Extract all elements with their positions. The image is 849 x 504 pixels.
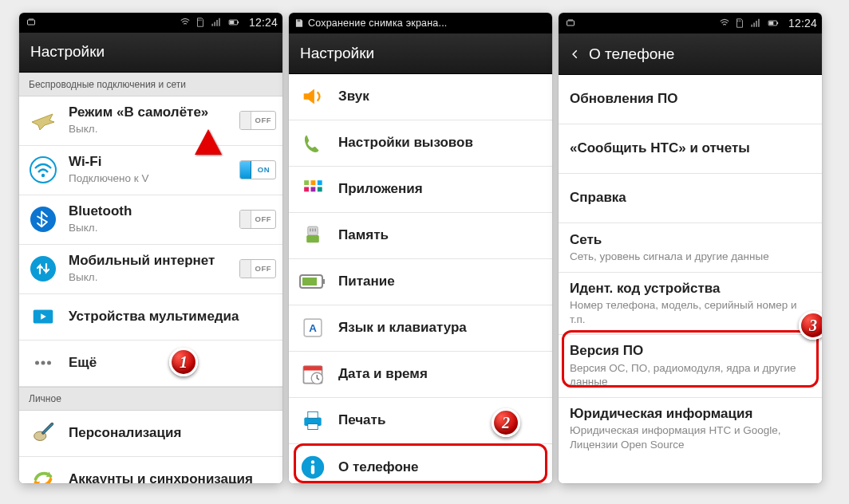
personalize-icon [27,417,59,449]
multimedia-icon [27,301,59,333]
screen-title: Настройки [300,45,374,62]
section-personal: Личное [19,387,282,411]
svg-point-13 [47,361,51,365]
screen-title: Настройки [30,43,105,61]
svg-rect-17 [318,180,322,185]
svg-rect-22 [306,235,319,242]
action-bar[interactable]: О телефоне [559,33,822,75]
svg-rect-18 [304,187,309,192]
row-airplane[interactable]: Режим «В самолёте» Выкл. OFF [19,96,282,146]
wifi-icon [718,18,731,29]
row-bluetooth[interactable]: Bluetooth Выкл. OFF [19,195,282,245]
svg-rect-19 [311,187,316,192]
row-swversion[interactable]: Версия ПО Версия ОС, ПО, радиомодуля, яд… [559,335,822,397]
row-legal[interactable]: Юридическая информация Юридическая инфор… [559,398,822,459]
row-tellhtc[interactable]: «Сообщить HTC» и отчеты [559,124,822,174]
svg-point-11 [35,361,39,365]
power-icon [297,266,329,297]
signal-icon [209,17,222,28]
row-about[interactable]: О телефоне [289,444,552,483]
datetime-icon [297,358,329,390]
row-storage[interactable]: Память [289,213,552,259]
row-sound[interactable]: Звук [289,74,552,120]
svg-rect-15 [304,180,309,185]
svg-rect-24 [312,229,314,232]
row-calls[interactable]: Настройки вызовов [289,120,552,167]
row-print[interactable]: Печать [289,398,552,444]
clock: 12:24 [249,16,278,29]
row-personalize[interactable]: Персонализация [19,411,282,457]
windows-icon [563,18,578,28]
back-button[interactable] [570,45,581,63]
about-list[interactable]: Обновления ПО «Сообщить HTC» и отчеты Сп… [559,75,822,483]
row-language[interactable]: A Язык и клавиатура [289,305,552,352]
windows-icon [24,18,38,27]
section-wireless: Беспроводные подключения и сети [19,73,282,96]
language-icon: A [297,312,329,344]
apps-icon [297,173,329,205]
svg-rect-28 [302,278,317,285]
wifi-toggle[interactable]: ON [239,160,276,179]
phone-screenshot-1: 12:24 Настройки Беспроводные подключения… [19,13,282,483]
sync-icon [27,463,59,483]
svg-point-38 [311,460,314,463]
row-apps[interactable]: Приложения [289,167,552,213]
svg-text:A: A [309,322,317,334]
svg-rect-36 [308,424,318,430]
about-icon [297,451,329,483]
wifi-icon [179,17,192,28]
bluetooth-icon [27,203,59,235]
mobiledata-toggle[interactable]: OFF [239,259,276,278]
row-power[interactable]: Питание [289,259,552,305]
signal-icon [748,18,761,29]
row-accounts[interactable]: Аккаунты и синхронизация [19,457,282,484]
row-more[interactable]: Ещё [19,341,282,387]
svg-rect-35 [308,412,318,419]
saving-text: Сохранение снимка экрана... [308,18,447,29]
row-mobiledata[interactable]: Мобильный интернет Выкл. OFF [19,245,282,294]
settings-list[interactable]: Звук Настройки вызовов Приложения Память [289,74,552,483]
row-multimedia[interactable]: Устройства мультимедиа [19,294,282,341]
chevron-left-icon [570,45,581,63]
print-icon [297,404,329,436]
status-bar: 12:24 [19,13,282,33]
svg-point-12 [41,361,45,365]
svg-rect-16 [311,180,316,185]
svg-point-7 [41,174,45,177]
svg-rect-27 [322,279,325,284]
svg-rect-25 [314,229,316,232]
svg-rect-20 [318,187,322,192]
row-identity[interactable]: Идент. код устройства Номер телефона, мо… [559,273,822,335]
airplane-toggle[interactable]: OFF [239,111,276,130]
battery-icon [764,18,782,29]
action-bar: Настройки [19,33,282,73]
action-bar: Настройки [289,33,552,74]
row-updates[interactable]: Обновления ПО [559,75,822,124]
screen-title: О телефоне [589,45,674,63]
mobiledata-icon [27,253,59,285]
row-network[interactable]: Сеть Сеть, уровень сигнала и другие данн… [559,223,822,273]
wifi-icon [27,154,59,186]
save-icon [294,18,305,29]
bluetooth-toggle[interactable]: OFF [239,210,276,229]
settings-list[interactable]: Беспроводные подключения и сети Режим «В… [19,73,282,484]
row-help[interactable]: Справка [559,174,822,223]
storage-icon [297,219,329,251]
calls-icon [297,127,329,159]
phone-screenshot-2: Сохранение снимка экрана... Настройки Зв… [289,13,552,483]
row-datetime[interactable]: Дата и время [289,352,552,398]
row-sub: Выкл. [69,122,239,136]
phone-screenshot-3: 12:24 О телефоне Обновления ПО «Сообщить… [559,13,822,483]
svg-point-9 [30,256,56,282]
row-wifi[interactable]: Wi-Fi Подключено к V ON [19,146,282,195]
sd-icon [195,17,206,28]
more-icon [27,347,59,379]
status-bar: Сохранение снимка экрана... [289,13,552,33]
airplane-icon [27,104,59,136]
status-bar: 12:24 [559,13,822,33]
svg-rect-32 [303,366,322,370]
sd-icon [734,18,745,29]
svg-rect-23 [310,229,311,232]
battery-icon [225,17,243,28]
row-title: Режим «В самолёте» [69,104,239,120]
